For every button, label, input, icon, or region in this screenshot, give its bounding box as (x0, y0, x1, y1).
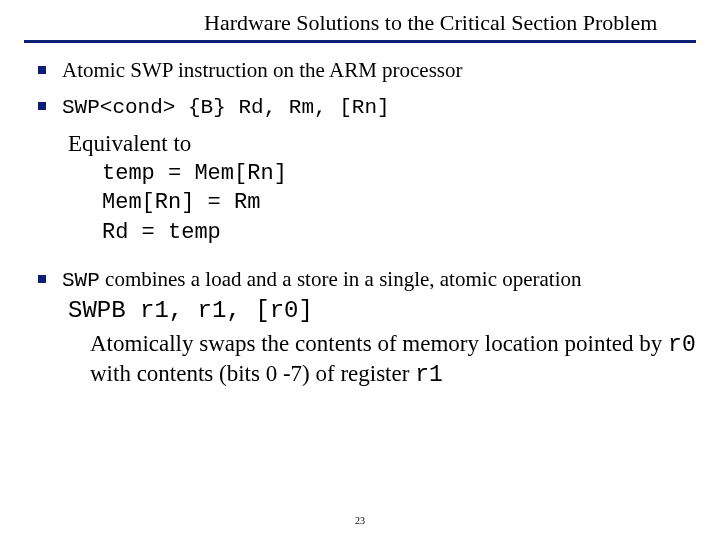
equiv-line-1: temp = Mem[Rn] (68, 159, 696, 189)
explain-r0: r0 (668, 332, 696, 358)
slide-title: Hardware Solutions to the Critical Secti… (204, 10, 657, 40)
bullet-2-code: SWP<cond> {B} Rd, Rm, [Rn] (62, 96, 390, 119)
bullet-1: Atomic SWP instruction on the ARM proces… (36, 57, 696, 83)
equiv-line-3: Rd = temp (68, 218, 696, 248)
bullet-3-swp: SWP (62, 269, 100, 292)
explain-r1: r1 (415, 362, 443, 388)
bullet-2-subblock: Equivalent to temp = Mem[Rn] Mem[Rn] = R… (62, 128, 696, 248)
explain-mid: with contents (bits 0 -7) of register (90, 361, 415, 386)
bullet-list: Atomic SWP instruction on the ARM proces… (24, 57, 696, 389)
bullet-3: SWP combines a load and a store in a sin… (36, 266, 696, 390)
page-number: 23 (0, 515, 720, 526)
explain-pre: Atomically swaps the contents of memory … (90, 331, 668, 356)
equivalent-label: Equivalent to (68, 128, 696, 159)
bullet-3-text: combines a load and a store in a single,… (100, 267, 582, 291)
title-rule (24, 40, 696, 43)
equiv-line-2: Mem[Rn] = Rm (68, 188, 696, 218)
bullet-2: SWP<cond> {B} Rd, Rm, [Rn] Equivalent to… (36, 93, 696, 247)
bullet-3-explain: Atomically swaps the contents of memory … (62, 330, 696, 390)
bullet-3-example: SWPB r1, r1, [r0] (62, 296, 696, 326)
bullet-1-text: Atomic SWP instruction on the ARM proces… (62, 58, 463, 82)
